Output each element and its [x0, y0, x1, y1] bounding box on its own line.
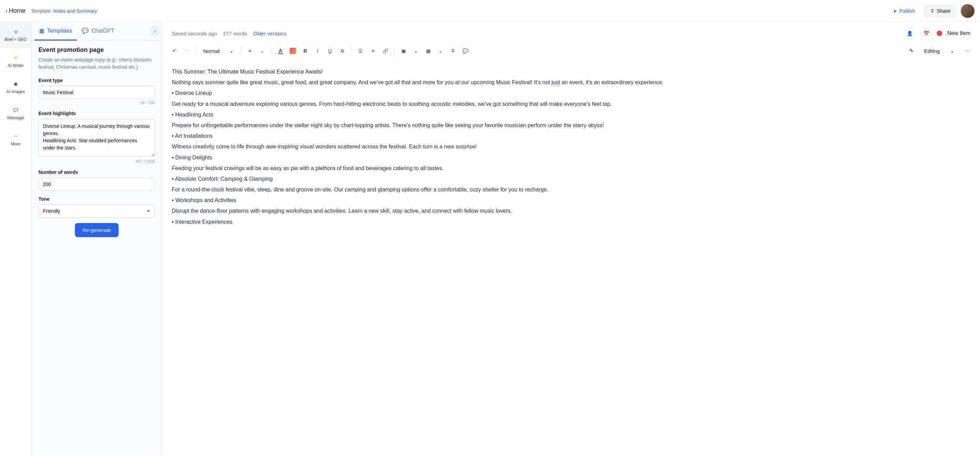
- bullet: • Diverse Lineup: [172, 88, 970, 98]
- older-versions-link[interactable]: Older versions: [253, 30, 286, 37]
- separator: [196, 47, 196, 55]
- highlights-input[interactable]: [38, 119, 155, 157]
- publish-button[interactable]: ➤ Publish: [888, 5, 920, 16]
- bullet: • Dining Delights: [172, 153, 970, 162]
- bullet: • Art Installations: [172, 131, 970, 140]
- avatar[interactable]: [961, 4, 975, 18]
- paragraph: This Summer: The Ultimate Music Festival…: [172, 67, 970, 76]
- numbered-list-button[interactable]: ≡: [368, 45, 378, 56]
- nav-label: AI Images: [6, 89, 25, 94]
- paragraph-style-select[interactable]: Normal ⌄: [200, 48, 237, 54]
- underline-button[interactable]: U: [325, 45, 336, 56]
- tab-chatgpt[interactable]: 💬 ChatGPT: [77, 22, 119, 41]
- image-dropdown[interactable]: ⌄: [410, 45, 421, 56]
- words-input[interactable]: [38, 178, 155, 191]
- bold-icon: B: [304, 48, 307, 54]
- table-button[interactable]: ▦: [423, 45, 434, 56]
- chevron-down-icon: ⌄: [439, 48, 442, 54]
- nav-label: Brief + SEO: [5, 37, 27, 42]
- highlight-button[interactable]: [287, 45, 298, 56]
- clear-format-button[interactable]: T̶: [447, 45, 458, 56]
- field-tone: Tone Friendly: [38, 196, 155, 218]
- chat-icon: 💬: [82, 27, 89, 34]
- undo-icon: ↶: [172, 48, 177, 54]
- publish-label: Publish: [899, 8, 915, 14]
- tab-label: Templates: [47, 28, 72, 34]
- bullet-list-icon: ☰: [358, 48, 363, 54]
- template-info: Template: Notes and Summary: [31, 8, 97, 14]
- nav-brief-seo[interactable]: ◎ Brief + SEO: [0, 22, 31, 48]
- comment-button[interactable]: 💬: [460, 45, 471, 56]
- chat-icon: 💬: [13, 107, 19, 113]
- form: Event promotion page Create an event web…: [32, 41, 162, 455]
- table-dropdown[interactable]: ⌄: [435, 45, 446, 56]
- chevron-left-icon: ‹: [154, 28, 156, 34]
- separator: [351, 47, 352, 55]
- paragraph: Witness creativity come to life through …: [172, 142, 970, 151]
- nav-label: More: [11, 142, 20, 146]
- redo-icon: ↷: [185, 48, 189, 54]
- template-name[interactable]: Notes and Summary: [53, 8, 97, 14]
- home-link[interactable]: ‹ Home: [5, 7, 25, 14]
- content-area[interactable]: This Summer: The Ultimate Music Festival…: [162, 60, 980, 455]
- share-label: Share: [937, 8, 950, 14]
- comment-icon: 💬: [463, 48, 468, 54]
- top-right: ➤ Publish ⇧ Share: [888, 4, 975, 18]
- align-button[interactable]: ≡: [244, 45, 255, 56]
- regenerate-button[interactable]: Re-generate: [75, 223, 119, 237]
- share-button[interactable]: ⇧ Share: [924, 5, 957, 18]
- editing-mode-select[interactable]: ✎ Editing ⌄: [905, 46, 959, 56]
- link-icon: 🔗: [382, 48, 388, 54]
- status-text: New Item: [947, 30, 970, 37]
- clear-format-icon: T̶: [452, 48, 455, 54]
- toolbar: ↶ ↷ Normal ⌄ ≡ ⌄ A B I U S ☰ ≡ 🔗 ▣ ⌄ ▦: [162, 42, 980, 60]
- italic-button[interactable]: I: [312, 45, 323, 56]
- schedule-button[interactable]: 📅: [920, 27, 932, 39]
- nav-more[interactable]: ⋯ More: [0, 126, 31, 153]
- separator: [271, 47, 272, 55]
- nav-ai-writer[interactable]: ⚡ AI Writer: [0, 48, 31, 74]
- text-color-button[interactable]: A: [275, 45, 286, 56]
- sidebar: ▦ Templates 💬 ChatGPT ‹ Event promotion …: [32, 22, 162, 455]
- page-description: Create an event webpage copy (e.g:- cher…: [38, 56, 155, 71]
- bullet-list-button[interactable]: ☰: [355, 45, 366, 56]
- bolt-icon: ⚡: [13, 54, 19, 61]
- save-info: Saved seconds ago 277 words Older versio…: [172, 30, 286, 37]
- more-options-button[interactable]: ⋯: [962, 45, 973, 56]
- image-button[interactable]: ▣: [398, 45, 409, 56]
- tab-label: ChatGPT: [91, 28, 115, 34]
- bullet: • Absolute Comfort: Camping & Glamping: [172, 174, 970, 183]
- bullet: • Headlining Acts: [172, 110, 970, 119]
- nav-message[interactable]: 💬 Message: [0, 100, 31, 126]
- strikethrough-button[interactable]: S: [337, 45, 348, 56]
- bold-button[interactable]: B: [300, 45, 311, 56]
- collapse-sidebar-button[interactable]: ‹: [151, 26, 159, 36]
- templates-icon: ▦: [39, 27, 45, 34]
- nav-ai-images[interactable]: ▣ AI Images: [0, 74, 31, 100]
- highlights-count: 437 / 1000: [38, 159, 155, 164]
- paragraph: For a round-the-clock festival vibe, sle…: [172, 185, 970, 194]
- image-icon: ▣: [401, 48, 406, 54]
- chevron-down-icon: ⌄: [950, 48, 955, 54]
- redo-button[interactable]: ↷: [181, 45, 192, 56]
- paragraph: Nothing says summer quite like great mus…: [172, 78, 970, 87]
- tab-templates[interactable]: ▦ Templates: [34, 22, 77, 41]
- person-plus-icon: 👤: [907, 30, 913, 36]
- undo-button[interactable]: ↶: [169, 45, 180, 56]
- word-count: 277 words: [223, 30, 247, 37]
- template-prefix: Template:: [31, 8, 53, 14]
- dots-icon: ⋯: [965, 48, 970, 54]
- align-dropdown[interactable]: ⌄: [257, 45, 268, 56]
- italic-icon: I: [317, 48, 318, 54]
- link-button[interactable]: 🔗: [380, 45, 391, 56]
- calendar-icon-plus: 📅: [923, 30, 929, 36]
- tone-select[interactable]: Friendly: [38, 204, 155, 218]
- toolbar-right: ✎ Editing ⌄ ⋯: [905, 45, 973, 56]
- bullet: • Interactive Experiences: [172, 217, 970, 226]
- field-event-type: Event type 14 / 150: [38, 78, 155, 105]
- table-icon: ▦: [426, 48, 431, 54]
- main: ◎ Brief + SEO ⚡ AI Writer ▣ AI Images 💬 …: [0, 22, 980, 455]
- image-icon: ▣: [13, 80, 19, 87]
- add-collaborator-button[interactable]: 👤: [904, 27, 915, 39]
- event-type-input[interactable]: [38, 86, 155, 99]
